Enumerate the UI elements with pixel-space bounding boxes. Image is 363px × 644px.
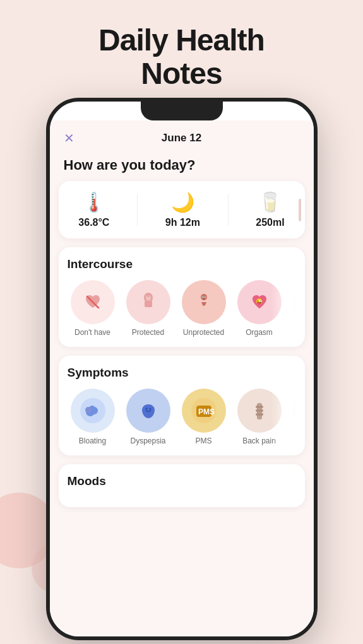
pms-label: PMS	[195, 436, 211, 445]
close-button[interactable]: ✕	[64, 131, 74, 146]
symptoms-items-row: Bloating	[68, 389, 296, 445]
page-background: Daily Health Notes ✕ June 12 How are you…	[0, 0, 363, 644]
moods-card: Moods	[59, 464, 305, 507]
phone-frame: ✕ June 12 How are you today? 🌡️ 36.8°C 🌙…	[46, 98, 318, 640]
svg-rect-33	[256, 413, 263, 416]
intercourse-items-row: Don't have	[68, 280, 296, 337]
daily-question: How are you today?	[50, 151, 314, 181]
sleep-value: 9h 12m	[165, 217, 200, 228]
intercourse-protected[interactable]: Protected	[123, 280, 174, 337]
dy-icon-circle: 💊	[293, 280, 296, 324]
stat-divider-2	[228, 194, 229, 226]
svg-point-12	[205, 296, 206, 298]
svg-point-25	[149, 408, 151, 410]
dont-have-icon-circle	[71, 280, 115, 324]
symptoms-title: Symptoms	[68, 366, 296, 380]
svg-point-13	[203, 298, 205, 300]
orgasm-icon-circle: 😜	[237, 280, 282, 324]
dyspepsia-label: Dyspepsia	[130, 436, 165, 445]
symptom-back-pain[interactable]: Back pain	[234, 389, 285, 445]
stat-divider-1	[137, 194, 138, 226]
header-date: June 12	[162, 132, 201, 144]
phone-notch	[141, 102, 223, 120]
temperature-value: 36.8°C	[78, 217, 109, 228]
svg-rect-32	[256, 409, 263, 412]
stat-water[interactable]: 🥛 250ml	[256, 191, 284, 228]
svg-text:PMS: PMS	[198, 407, 215, 416]
svg-point-6	[147, 295, 150, 297]
intercourse-dont-have[interactable]: Don't have	[68, 280, 118, 337]
symptom-pms[interactable]: PMS PMS	[179, 389, 229, 445]
back-pain-icon-circle	[237, 389, 282, 433]
svg-rect-31	[256, 406, 263, 408]
bloating-icon-circle	[71, 389, 115, 433]
symptom-bloating[interactable]: Bloating	[68, 389, 118, 445]
stats-scroll-bar	[299, 199, 301, 221]
phone-content: ✕ June 12 How are you today? 🌡️ 36.8°C 🌙…	[50, 120, 314, 636]
symptoms-card: Symptoms	[59, 356, 305, 455]
protected-icon-circle	[126, 280, 170, 324]
svg-point-24	[145, 408, 147, 410]
sleep-icon: 🌙	[171, 191, 194, 213]
svg-rect-4	[145, 301, 152, 307]
intercourse-unprotected[interactable]: Unprotected	[179, 280, 229, 337]
moods-title: Moods	[68, 474, 296, 488]
page-title: Daily Health Notes	[0, 0, 363, 91]
svg-point-11	[202, 296, 203, 298]
symptom-dy-icon-circle	[293, 389, 296, 433]
intercourse-orgasm[interactable]: 😜 Orgasm	[234, 280, 285, 337]
bloating-label: Bloating	[79, 436, 106, 445]
water-icon: 🥛	[258, 191, 282, 213]
water-value: 250ml	[256, 217, 284, 228]
svg-point-22	[85, 407, 92, 413]
unprotected-icon-circle	[182, 280, 226, 324]
symptoms-items-wrapper: Bloating	[68, 389, 296, 445]
orgasm-label: Orgasm	[246, 328, 273, 337]
stat-sleep[interactable]: 🌙 9h 12m	[165, 191, 200, 228]
dyspepsia-icon-circle	[126, 389, 170, 433]
stats-card: 🌡️ 36.8°C 🌙 9h 12m 🥛 250ml	[59, 181, 305, 238]
intercourse-title: Intercourse	[68, 257, 296, 271]
temperature-icon: 🌡️	[82, 191, 105, 213]
stat-temperature[interactable]: 🌡️ 36.8°C	[78, 191, 109, 228]
dont-have-label: Don't have	[74, 328, 110, 337]
unprotected-label: Unprotected	[183, 328, 224, 337]
back-pain-label: Back pain	[242, 436, 276, 445]
header-bar: ✕ June 12	[50, 120, 314, 151]
protected-label: Protected	[132, 328, 164, 337]
svg-text:😜: 😜	[256, 298, 263, 305]
pms-icon-circle: PMS	[182, 389, 226, 433]
intercourse-items-wrapper: Don't have	[68, 280, 296, 337]
symptom-dyspepsia[interactable]: Dyspepsia	[123, 389, 174, 445]
intercourse-card: Intercourse	[59, 247, 305, 347]
intercourse-dy[interactable]: 💊 Dy	[290, 280, 296, 337]
symptom-dy[interactable]: Dy	[290, 389, 296, 445]
